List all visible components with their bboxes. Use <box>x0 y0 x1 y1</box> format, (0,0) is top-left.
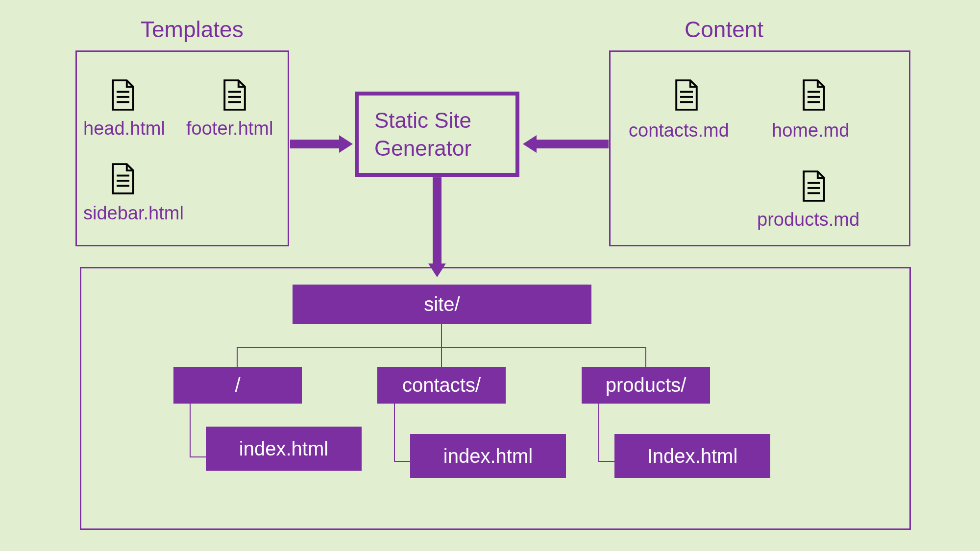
arrow-head-icon <box>523 135 537 153</box>
arrow-content-to-generator <box>537 140 609 148</box>
arrow-templates-to-generator <box>290 140 340 148</box>
file-icon <box>801 79 827 111</box>
file-icon <box>110 79 136 111</box>
tree-line <box>190 404 191 457</box>
generator-box: Static Site Generator <box>355 92 519 177</box>
file-icon <box>222 79 247 111</box>
tree-dir-0: / <box>173 367 302 404</box>
template-file-2: sidebar.html <box>83 203 184 224</box>
tree-line <box>394 461 410 462</box>
tree-line <box>598 461 614 462</box>
tree-line <box>441 347 442 367</box>
tree-line <box>441 324 442 347</box>
content-title: Content <box>685 16 763 43</box>
content-file-0: contacts.md <box>629 120 729 141</box>
content-file-2: products.md <box>757 209 859 230</box>
generator-line2: Generator <box>374 134 515 162</box>
tree-file-1: index.html <box>410 434 566 478</box>
arrow-head-icon <box>339 135 353 153</box>
templates-title: Templates <box>141 16 244 43</box>
tree-dir-2: products/ <box>582 367 710 404</box>
arrow-generator-to-output <box>433 177 441 264</box>
file-icon <box>674 79 699 111</box>
content-file-1: home.md <box>772 120 849 141</box>
tree-line <box>645 347 646 367</box>
tree-line <box>394 404 395 462</box>
template-file-0: head.html <box>83 118 165 139</box>
file-icon <box>801 170 827 202</box>
template-file-1: footer.html <box>186 118 273 139</box>
tree-line <box>598 404 599 462</box>
generator-line1: Static Site <box>374 106 515 134</box>
tree-root: site/ <box>293 285 591 324</box>
tree-file-0: index.html <box>206 427 362 471</box>
tree-line <box>237 347 238 367</box>
tree-line <box>190 456 206 457</box>
file-icon <box>110 163 136 195</box>
tree-dir-1: contacts/ <box>377 367 506 404</box>
tree-file-2: Index.html <box>614 434 770 478</box>
